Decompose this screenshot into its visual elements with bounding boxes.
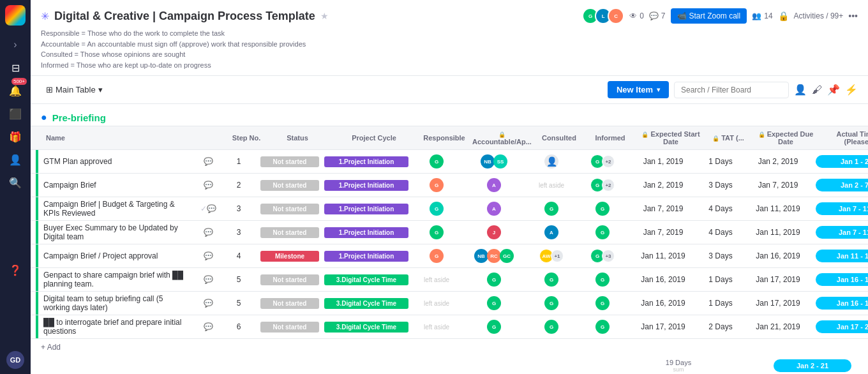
cell-cycle[interactable]: 3.Digital Cycle Time [322,297,411,310]
view-count-value: 0 [640,11,644,20]
table-icon: ⊞ [46,85,53,94]
sidebar-collapse-btn[interactable]: › [5,34,26,55]
chat-icon[interactable]: 💬 [197,322,220,331]
cell-name[interactable]: Campaign Brief | Budget & Targeting & KP… [38,197,197,220]
chat-icon[interactable]: 💬 [197,181,220,190]
cell-name[interactable]: ██ to interrogate brief and prepare init… [38,315,197,338]
view-count[interactable]: 👁 0 [629,11,644,20]
cell-cycle[interactable]: 3.Digital Cycle Time [322,273,411,287]
eye-icon: 👁 [629,11,637,20]
member-avatars: G L C [582,8,624,24]
lock-icon[interactable]: 🔒 [778,11,789,21]
avatar-3[interactable]: C [608,8,624,24]
cell-cycle[interactable]: 3.Digital Cycle Time [322,320,411,334]
cell-consulted[interactable]: G [526,202,577,216]
cell-consulted[interactable]: A [526,225,577,239]
cell-accountable[interactable]: G [462,320,526,334]
group-toggle-prebriefing[interactable]: ● [41,112,47,123]
cell-name[interactable]: GTM Plan approved [38,154,197,168]
chat-icon[interactable]: 💬 [197,228,220,237]
more-options-icon[interactable]: ••• [848,11,858,21]
members-count[interactable]: 👥 14 [752,11,772,20]
cell-name[interactable]: Buyer Exec Summary to be Updated by Digi… [38,221,197,244]
cell-name[interactable]: Campaign Brief [38,178,197,192]
cell-responsible[interactable]: G [411,178,462,192]
cell-informed[interactable]: G [577,202,628,216]
cell-responsible[interactable]: G [411,249,462,263]
new-item-button[interactable]: New Item ▾ [608,81,669,98]
person-filter-icon[interactable]: 👤 [794,84,807,96]
cell-accountable[interactable]: G [462,296,526,310]
cell-accountable[interactable]: J [462,225,526,239]
cell-responsible[interactable]: G [411,202,462,216]
chat-icon[interactable]: 💬 [197,299,220,308]
chat-icon[interactable]: 💬 [197,275,220,284]
cell-consulted[interactable]: G [526,273,577,287]
cell-informed[interactable]: G [577,320,628,334]
sidebar-nav-home[interactable]: ⊟ [5,57,26,78]
sidebar-nav-profile[interactable]: 👤 [5,149,26,170]
cell-status[interactable]: Not started [258,226,322,239]
cell-informed[interactable]: G+3 [577,249,628,263]
cell-cycle[interactable]: 1.Project Initiation [322,250,411,263]
cell-responsible[interactable]: left aside [411,300,462,307]
cell-consulted[interactable]: G [526,296,577,310]
cell-tat: 3 Days [698,249,743,263]
cell-informed[interactable]: G+2 [577,154,628,168]
activities-label[interactable]: Activities / 99+ [794,11,844,20]
paintbrush-icon[interactable]: 🖌 [812,84,822,96]
pin-icon[interactable]: 📌 [827,84,840,96]
sidebar-nav-gifts[interactable]: 🎁 [5,126,26,147]
comment-count[interactable]: 💬 7 [649,11,666,20]
cell-responsible[interactable]: left aside [411,276,462,283]
cell-informed[interactable]: G [577,225,628,239]
cell-cycle[interactable]: 1.Project Initiation [322,202,411,216]
cell-status[interactable]: Not started [258,179,322,192]
chat-icon[interactable]: 💬 [197,157,220,166]
cell-informed[interactable]: G [577,273,628,287]
cell-responsible[interactable]: left aside [411,324,462,331]
cell-name[interactable]: Genpact to share campaign brief with ██ … [38,268,197,291]
cell-status[interactable]: Not started [258,320,322,334]
cell-accountable[interactable]: A [462,202,526,216]
chat-icon[interactable]: ✓💬 [197,204,220,213]
cell-name[interactable]: Campaign Brief / Project approval [38,249,197,263]
cell-consulted[interactable]: left aside [526,182,577,189]
cell-informed[interactable]: G [577,296,628,310]
sidebar-nav-analytics[interactable]: ⬛ [5,103,26,124]
cell-status[interactable]: Not started [258,273,322,287]
cell-responsible[interactable]: G [411,225,462,239]
cell-accountable[interactable]: G [462,273,526,287]
cell-consulted[interactable]: AW+1 [526,249,577,263]
chat-icon[interactable]: 💬 [197,251,220,260]
cell-cycle[interactable]: 1.Project Initiation [322,179,411,192]
cell-status[interactable]: Not started [258,297,322,310]
cell-tat: 1 Days [698,154,743,168]
cell-accountable[interactable]: NBRCGC [462,249,526,263]
main-table-button[interactable]: ⊞ Main Table ▾ [41,82,108,97]
star-icon[interactable]: ★ [320,11,329,21]
cell-status[interactable]: Milestone [258,250,322,263]
cell-accountable[interactable]: A [462,178,526,192]
cell-consulted[interactable]: G [526,320,577,334]
cell-name[interactable]: Digital team to setup briefing call (5 w… [38,292,197,315]
cell-consulted[interactable]: 👤 [526,154,577,168]
filter-icon[interactable]: ⚡ [845,84,858,96]
search-input[interactable] [674,82,789,98]
zoom-call-button[interactable]: 📹 Start Zoom call [671,8,747,24]
cell-status[interactable]: Not started [258,202,322,216]
user-avatar[interactable]: GD [6,351,24,369]
cell-duedate: Jan 11, 2019 [743,202,813,216]
cell-cycle[interactable]: 1.Project Initiation [322,155,411,168]
cell-accountable[interactable]: NBSS [462,154,526,168]
app-logo[interactable] [5,5,26,26]
cell-startdate: Jan 16, 2019 [628,273,698,287]
sidebar-nav-search[interactable]: 🔍 [5,172,26,193]
cell-status[interactable]: Not started [258,155,322,168]
add-row-button[interactable]: + Add [31,339,868,355]
col-header-cycle: Project Cycle [329,130,419,146]
cell-informed[interactable]: G+2 [577,178,628,192]
sidebar-nav-help[interactable]: ❓ [5,260,26,280]
cell-responsible[interactable]: G [411,154,462,168]
cell-cycle[interactable]: 1.Project Initiation [322,226,411,239]
